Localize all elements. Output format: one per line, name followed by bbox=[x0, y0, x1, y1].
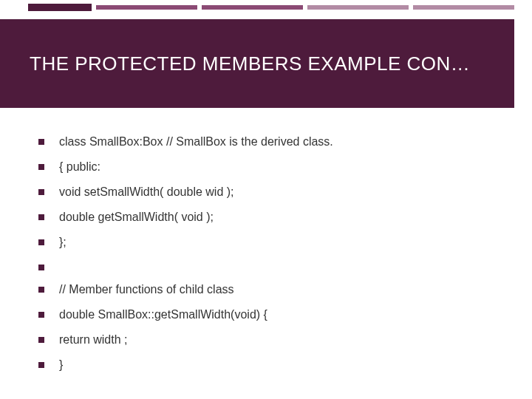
list-item: } bbox=[38, 358, 502, 372]
bullet-list: class SmallBox:Box // SmallBox is the de… bbox=[38, 134, 502, 372]
accent-bar-light bbox=[413, 5, 514, 10]
decorative-top-bars bbox=[28, 4, 514, 11]
title-band: THE PROTECTED MEMBERS EXAMPLE CON… bbox=[0, 19, 514, 108]
accent-bar-mid bbox=[96, 5, 197, 10]
list-item: return width ; bbox=[38, 332, 502, 347]
slide-title: THE PROTECTED MEMBERS EXAMPLE CON… bbox=[30, 52, 470, 75]
list-item: }; bbox=[38, 235, 502, 250]
list-item: double getSmallWidth( void ); bbox=[38, 210, 502, 225]
accent-bar-mid bbox=[202, 5, 303, 10]
content-area: class SmallBox:Box // SmallBox is the de… bbox=[38, 134, 502, 383]
accent-bar-dark bbox=[28, 4, 92, 11]
list-item: class SmallBox:Box // SmallBox is the de… bbox=[38, 134, 502, 149]
list-item: // Member functions of child class bbox=[38, 282, 502, 297]
accent-bar-light bbox=[307, 5, 409, 10]
list-item bbox=[38, 260, 502, 272]
list-item: { public: bbox=[38, 160, 502, 174]
slide: THE PROTECTED MEMBERS EXAMPLE CON… class… bbox=[0, 0, 532, 399]
list-item: double SmallBox::getSmallWidth(void) { bbox=[38, 307, 502, 322]
list-item: void setSmallWidth( double wid ); bbox=[38, 185, 502, 200]
